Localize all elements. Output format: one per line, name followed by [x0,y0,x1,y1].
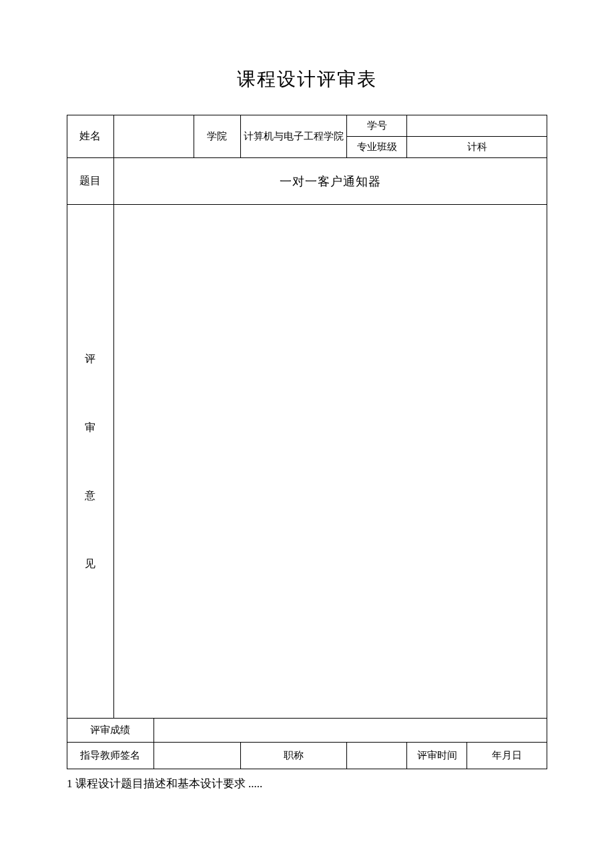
footer-text: 1 课程设计题目描述和基本设计要求 ..... [67,776,547,791]
value-date-format: 年月日 [467,743,547,769]
value-major-class: 计科 [407,137,547,158]
value-review-score [154,719,547,743]
value-student-id [407,115,547,137]
label-topic: 题目 [67,158,114,205]
value-job-title [347,743,407,769]
value-review-opinion [113,205,547,719]
value-topic: 一对一客户通知器 [113,158,547,205]
value-name [113,115,194,158]
value-college: 计算机与电子工程学院 [240,115,347,158]
value-supervisor-sign [154,743,240,769]
label-review-opinion-text: 评审意见 [69,342,112,580]
review-form-table: 姓名 学院 计算机与电子工程学院 学号 专业班级 计科 题目 一对一客户通知器 … [67,115,547,769]
label-college: 学院 [194,115,240,158]
label-job-title: 职称 [240,743,347,769]
label-supervisor-sign: 指导教师签名 [67,743,154,769]
page-title: 课程设计评审表 [0,67,614,92]
label-major-class: 专业班级 [347,137,407,158]
label-review-time: 评审时间 [407,743,467,769]
label-review-opinion: 评审意见 [67,205,114,719]
label-student-id: 学号 [347,115,407,137]
label-name: 姓名 [67,115,114,158]
label-review-score: 评审成绩 [67,719,154,743]
